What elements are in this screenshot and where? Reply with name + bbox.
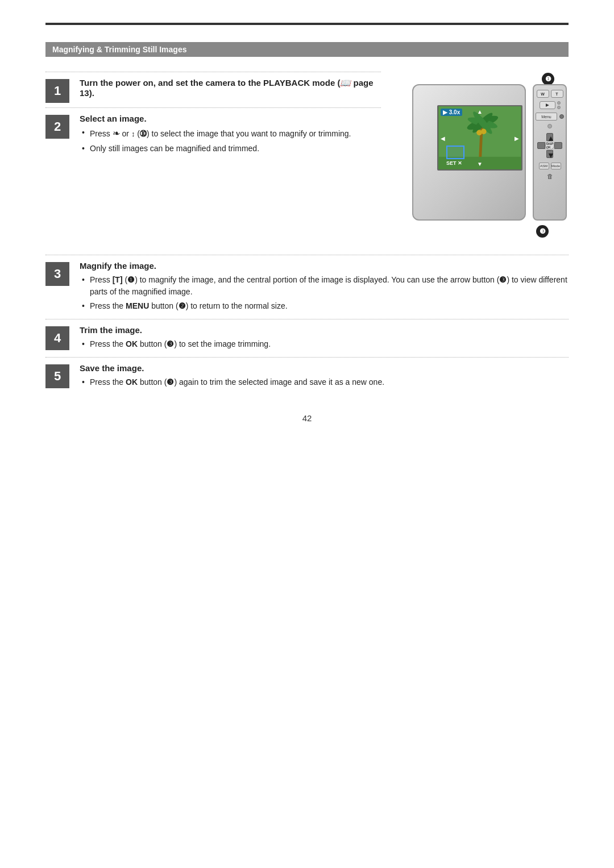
asm-button: ASM: [539, 163, 549, 169]
screen-arrow-left: ◀: [441, 135, 445, 141]
small-dot: [547, 124, 552, 128]
menu-button: Menu: [536, 113, 557, 121]
step-3-bullets: Press [T] (❶) to magnify the image, and …: [80, 274, 569, 312]
selection-box: [446, 146, 464, 159]
dpad-left: [537, 142, 545, 149]
mode-button: Mode: [551, 163, 561, 169]
dotted-line-5: [45, 357, 569, 358]
camera-body: ▶ 3.0x: [412, 84, 526, 221]
dotted-line-2: [45, 107, 381, 108]
step-3-bullet-2: Press the MENU button (❷) to return to t…: [80, 300, 569, 312]
step-5-content: Save the image. Press the OK button (❸) …: [80, 363, 569, 391]
step-3-row: 3 Magnify the image. Press [T] (❶) to ma…: [45, 261, 569, 314]
menu-row: Menu: [536, 113, 564, 121]
step-5-title: Save the image.: [80, 363, 569, 373]
playback-row: ▶: [540, 101, 561, 109]
marker-1: ❶: [542, 73, 554, 85]
camera-illustration: ❶ ❷ ❸ ▶ 3.0x: [392, 67, 569, 249]
dotted-line-3: [45, 255, 569, 255]
screen-arrow-up: ▲: [477, 109, 483, 115]
step-1-row: 1 Turn the power on, and set the camera …: [45, 78, 381, 103]
section-header-text: Magnifying & Trimming Still Images: [52, 45, 186, 54]
step-2-row: 2 Select an image. Press ❧ or ↕ (➉) to s…: [45, 114, 381, 157]
dpad-up: ▲: [546, 133, 553, 141]
trash-icon: 🗑: [547, 173, 553, 180]
screen-zoom-label: ▶ 3.0x: [441, 109, 462, 116]
w-button: W: [537, 90, 549, 98]
camera-wrap: ❶ ❷ ❸ ▶ 3.0x: [395, 73, 566, 249]
dotted-line-1: [45, 72, 381, 72]
step-3-group: 3 Magnify the image. Press [T] (❶) to ma…: [45, 255, 569, 314]
top-rule: [45, 23, 569, 25]
step-2-title: Select an image.: [80, 114, 381, 123]
step-4-content: Trim the image. Press the OK button (❸) …: [80, 325, 569, 352]
step-2-badge: 2: [45, 115, 69, 139]
marker-3: ❸: [536, 225, 549, 238]
step-3-title: Magnify the image.: [80, 261, 569, 271]
step-2-group: 2 Select an image. Press ❧ or ↕ (➉) to s…: [45, 107, 381, 157]
dpad: ▲ ▼ DISPOK: [537, 133, 562, 158]
step-4-row: 4 Trim the image. Press the OK button (❸…: [45, 325, 569, 352]
step-2-content: Select an image. Press ❧ or ↕ (➉) to sel…: [80, 114, 381, 157]
main-layout: 1 Turn the power on, and set the camera …: [45, 67, 569, 249]
page-number: 42: [45, 413, 569, 423]
dotted-line-4: [45, 319, 569, 319]
step-2-bullet-1: Press ❧ or ↕ (➉) to select the image tha…: [80, 127, 381, 140]
step-1-group: 1 Turn the power on, and set the camera …: [45, 72, 381, 103]
step-2-bullet-2: Only still images can be magnified and t…: [80, 143, 381, 155]
screen-arrow-right: ▶: [515, 135, 519, 141]
t-button: T: [551, 90, 563, 98]
step-3-content: Magnify the image. Press [T] (❶) to magn…: [80, 261, 569, 314]
camera-right-panel: W T ▶ Menu: [533, 84, 567, 221]
playback-button: ▶: [540, 101, 555, 109]
step-4-badge: 4: [45, 326, 69, 350]
left-steps-area: 1 Turn the power on, and set the camera …: [45, 67, 381, 249]
camera-screen: ▶ 3.0x: [437, 105, 522, 171]
wt-button-row: W T: [537, 90, 563, 98]
step-1-badge: 1: [45, 79, 69, 103]
step-5-row: 5 Save the image. Press the OK button (❸…: [45, 363, 569, 391]
step-3-bullet-1: Press [T] (❶) to magnify the image, and …: [80, 274, 569, 298]
set-marker: SET ✕: [446, 160, 462, 166]
step-5-bullet-1: Press the OK button (❸) again to trim th…: [80, 376, 569, 388]
section-header: Magnifying & Trimming Still Images: [45, 42, 569, 57]
dpad-down: ▼: [546, 150, 553, 158]
step-4-bullets: Press the OK button (❸) to set the image…: [80, 338, 569, 350]
dpad-center: DISPOK: [545, 141, 554, 150]
step-5-badge: 5: [45, 364, 69, 388]
svg-point-8: [481, 129, 487, 135]
step-2-bullets: Press ❧ or ↕ (➉) to select the image tha…: [80, 127, 381, 155]
screen-arrow-down: ▼: [477, 161, 483, 167]
page-number-text: 42: [302, 413, 312, 423]
dpad-right: [554, 142, 562, 149]
step-1-content: Turn the power on, and set the camera to…: [80, 78, 381, 101]
lower-steps: 3 Magnify the image. Press [T] (❶) to ma…: [45, 255, 569, 391]
step-1-title: Turn the power on, and set the camera to…: [80, 78, 381, 98]
step-4-group: 4 Trim the image. Press the OK button (❸…: [45, 319, 569, 352]
step-4-title: Trim the image.: [80, 325, 569, 335]
step-4-bullet-1: Press the OK button (❸) to set the image…: [80, 338, 569, 350]
step-5-group: 5 Save the image. Press the OK button (❸…: [45, 357, 569, 391]
step-3-badge: 3: [45, 262, 69, 286]
step-5-bullets: Press the OK button (❸) again to trim th…: [80, 376, 569, 388]
asm-mode-row: ASM Mode: [539, 163, 561, 169]
